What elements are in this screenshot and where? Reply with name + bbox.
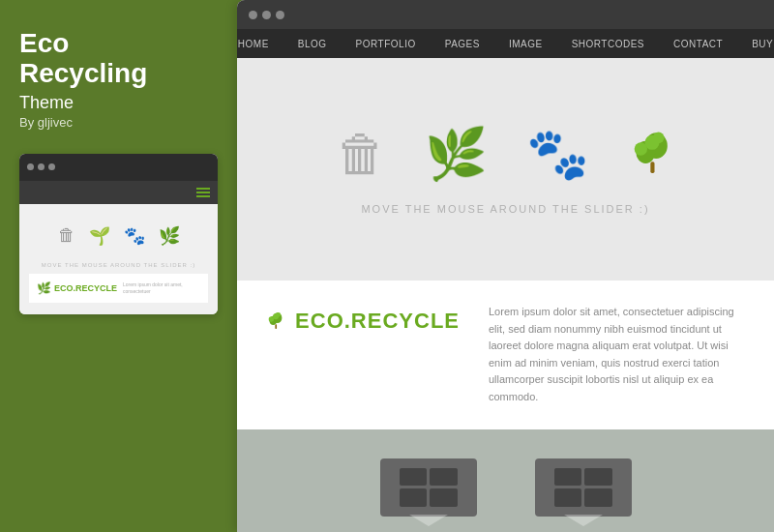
mini-hamburger-icon xyxy=(196,188,210,197)
light-cell-7 xyxy=(554,488,582,507)
mini-slider-text: MOVE THE MOUSE AROUND THE SLIDER :) xyxy=(29,262,208,268)
light-fixtures xyxy=(380,458,632,517)
browser-nav: HOME BLOG PORTFOLIO PAGES IMAGE SHORTCOD… xyxy=(237,29,774,58)
svg-rect-8 xyxy=(275,324,277,329)
dot-1 xyxy=(249,11,257,19)
light-cell-6 xyxy=(584,468,612,487)
browser-top-bar xyxy=(237,0,774,29)
logo-tree-icon xyxy=(266,304,285,339)
mini-trash-icon: 🗑 xyxy=(58,225,75,246)
nav-home[interactable]: HOME xyxy=(238,39,269,49)
mini-nav xyxy=(19,181,218,204)
mini-icons-row: 🗑 🌱 🐾 🌿 xyxy=(29,216,208,256)
content-section: ECO.RECYCLE Lorem ipsum dolor sit amet, … xyxy=(237,281,774,429)
dot-3 xyxy=(276,11,284,19)
mini-white-section: 🌿 ECO.RECYCLE Lorem ipsum dolor sit amet… xyxy=(29,274,208,303)
dot-2 xyxy=(262,11,271,19)
mini-logo-text: ECO.RECYCLE xyxy=(54,283,117,293)
nav-shortcodes[interactable]: SHORTCODES xyxy=(572,39,644,49)
svg-rect-2 xyxy=(650,162,654,173)
mini-paw-icon: 🐾 xyxy=(124,225,145,247)
logo-text: ECO.RECYCLE xyxy=(295,309,460,334)
light-cell-2 xyxy=(430,468,458,487)
mini-dot-3 xyxy=(48,163,55,170)
sidebar: Eco Recycling Theme By gljivec 🗑 🌱 🐾 xyxy=(0,0,237,532)
light-fixture-right xyxy=(535,458,632,517)
mini-tree-icon: 🌿 xyxy=(159,225,180,247)
light-cell-5 xyxy=(554,468,582,487)
light-grid-right xyxy=(554,468,612,507)
mini-content: 🗑 🌱 🐾 🌿 MOVE THE MOUSE AROUND THE SLIDER… xyxy=(19,204,218,314)
hero-tree-icon xyxy=(628,130,676,178)
light-cell-8 xyxy=(584,488,612,507)
light-cell-4 xyxy=(430,488,458,507)
lorem-paragraph: Lorem ipsum dolor sit amet, consectetuer… xyxy=(489,304,745,406)
main-browser: HOME BLOG PORTFOLIO PAGES IMAGE SHORTCOD… xyxy=(237,0,774,532)
sidebar-author: By gljivec xyxy=(19,115,218,130)
mini-browser-preview: 🗑 🌱 🐾 🌿 MOVE THE MOUSE AROUND THE SLIDER… xyxy=(19,154,218,314)
hero-trash-icon: 🗑 xyxy=(336,125,386,183)
mini-dot-1 xyxy=(27,163,34,170)
hero-plant-icon: 🌿 xyxy=(425,125,488,184)
logo-area: ECO.RECYCLE xyxy=(266,304,460,339)
mini-leaf-icon: 🌱 xyxy=(89,225,110,247)
nav-image[interactable]: IMAGE xyxy=(509,39,543,49)
light-cell-3 xyxy=(400,488,428,507)
sidebar-subtitle: Theme xyxy=(19,93,218,113)
sidebar-title: Eco Recycling xyxy=(19,29,218,89)
mini-browser-bar xyxy=(19,154,218,181)
svg-point-11 xyxy=(273,313,279,319)
hero-icons-row: 🗑 🌿 🐾 xyxy=(336,125,676,184)
light-grid-left xyxy=(400,468,458,507)
nav-blog[interactable]: BLOG xyxy=(298,39,327,49)
mini-dot-2 xyxy=(38,163,45,170)
svg-point-5 xyxy=(644,135,659,150)
mini-logo: 🌿 ECO.RECYCLE xyxy=(37,281,117,295)
hero-paw-icon: 🐾 xyxy=(526,125,589,184)
nav-buy[interactable]: BUY xyxy=(752,39,773,49)
light-cell-1 xyxy=(400,468,428,487)
bottom-image-section xyxy=(237,429,774,532)
hero-slider-text: MOVE THE MOUSE AROUND THE SLIDER :) xyxy=(361,203,649,215)
nav-contact[interactable]: CONTACT xyxy=(673,39,723,49)
hero-slider: 🗑 🌿 🐾 MOVE THE MOUSE AROUND THE SLIDER :… xyxy=(237,58,774,281)
nav-portfolio[interactable]: PORTFOLIO xyxy=(356,39,416,49)
mini-logo-tree-icon: 🌿 xyxy=(37,281,51,295)
light-fixture-left xyxy=(380,458,477,517)
nav-pages[interactable]: PAGES xyxy=(445,39,480,49)
mini-lorem: Lorem ipsum dolor sit amet, consectetuer xyxy=(123,281,200,295)
